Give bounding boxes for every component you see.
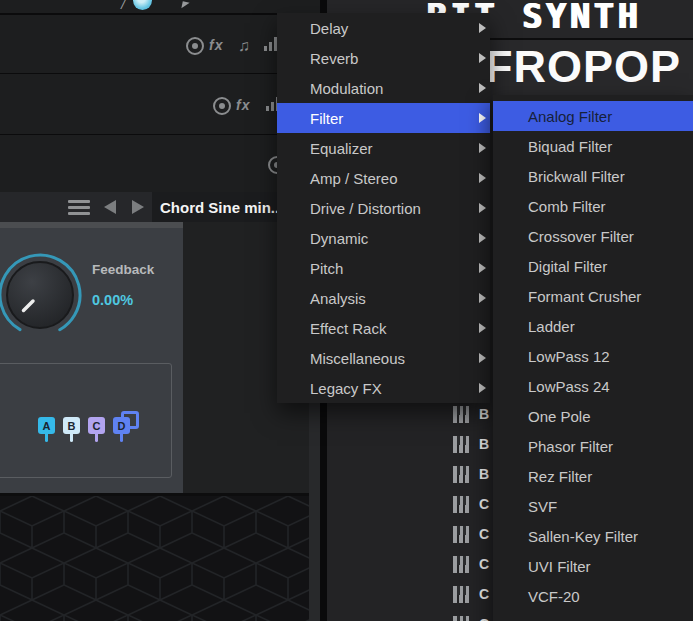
submenu-item-comb-filter[interactable]: Comb Filter bbox=[493, 191, 693, 221]
cursor-icon bbox=[181, 1, 189, 9]
keyboard-icon bbox=[453, 586, 472, 603]
submenu-arrow-icon bbox=[479, 53, 486, 63]
prev-patch-button[interactable] bbox=[104, 200, 116, 214]
submenu-item-sallen-key-filter[interactable]: Sallen-Key Filter bbox=[493, 521, 693, 551]
layer-letter: B bbox=[63, 417, 80, 434]
menu-item-label: Delay bbox=[277, 20, 348, 37]
submenu-item-formant-crusher[interactable]: Formant Crusher bbox=[493, 281, 693, 311]
menu-item-filter[interactable]: Filter bbox=[277, 103, 490, 133]
layer-letter: C bbox=[88, 417, 105, 434]
submenu-item-label: Phasor Filter bbox=[493, 438, 613, 455]
fx-category-menu: DelayReverbModulationFilterEqualizerAmp … bbox=[277, 13, 490, 403]
keyboard-icon bbox=[453, 526, 472, 543]
menu-item-miscellaneous[interactable]: Miscellaneous bbox=[277, 343, 490, 373]
menu-hamburger-icon[interactable] bbox=[68, 200, 90, 218]
menu-item-label: Effect Rack bbox=[277, 320, 386, 337]
submenu-item-svf[interactable]: SVF bbox=[493, 491, 693, 521]
submenu-item-label: Analog Filter bbox=[493, 108, 612, 125]
keyboard-icon bbox=[453, 466, 472, 483]
record-circle-icon[interactable] bbox=[213, 97, 231, 115]
submenu-item-brickwall-filter[interactable]: Brickwall Filter bbox=[493, 161, 693, 191]
keyboard-icon bbox=[453, 406, 472, 423]
layer-pin-b[interactable]: B bbox=[63, 415, 81, 443]
submenu-item-vcf-20[interactable]: VCF-20 bbox=[493, 581, 693, 611]
submenu-arrow-icon bbox=[479, 203, 486, 213]
menu-item-pitch[interactable]: Pitch bbox=[277, 253, 490, 283]
menu-item-label: Equalizer bbox=[277, 140, 373, 157]
preset-name: B bbox=[479, 436, 489, 452]
menu-item-drive-distortion[interactable]: Drive / Distortion bbox=[277, 193, 490, 223]
top-toolbar: / bbox=[0, 0, 327, 13]
submenu-arrow-icon bbox=[479, 293, 486, 303]
menu-item-label: Miscellaneous bbox=[277, 350, 405, 367]
menu-item-label: Pitch bbox=[277, 260, 343, 277]
layer-letter: A bbox=[38, 417, 55, 434]
submenu-arrow-icon bbox=[479, 113, 486, 123]
submenu-item-label: SVF bbox=[493, 498, 557, 515]
level-meter-icon[interactable] bbox=[264, 37, 277, 51]
knob-body bbox=[7, 262, 73, 328]
submenu-arrow-icon bbox=[479, 23, 486, 33]
feedback-knob[interactable] bbox=[0, 250, 85, 340]
submenu-item-label: VCF-20 bbox=[493, 588, 580, 605]
menu-item-legacy-fx[interactable]: Legacy FX bbox=[277, 373, 490, 403]
submenu-item-phasor-filter[interactable]: Phasor Filter bbox=[493, 431, 693, 461]
menu-item-reverb[interactable]: Reverb bbox=[277, 43, 490, 73]
menu-item-effect-rack[interactable]: Effect Rack bbox=[277, 313, 490, 343]
submenu-arrow-icon bbox=[479, 323, 486, 333]
submenu-item-label: Formant Crusher bbox=[493, 288, 641, 305]
submenu-item-label: Xpander Filter bbox=[493, 618, 622, 621]
submenu-item-label: Digital Filter bbox=[493, 258, 607, 275]
submenu-item-biquad-filter[interactable]: Biquad Filter bbox=[493, 131, 693, 161]
menu-item-label: Filter bbox=[277, 110, 343, 127]
menu-item-label: Dynamic bbox=[277, 230, 368, 247]
menu-item-label: Legacy FX bbox=[277, 380, 382, 397]
submenu-item-label: LowPass 12 bbox=[493, 348, 610, 365]
layer-letter: D bbox=[113, 417, 130, 434]
submenu-arrow-icon bbox=[479, 173, 486, 183]
submenu-item-lowpass-12[interactable]: LowPass 12 bbox=[493, 341, 693, 371]
filter-submenu: Analog FilterBiquad FilterBrickwall Filt… bbox=[493, 95, 693, 621]
menu-item-label: Modulation bbox=[277, 80, 383, 97]
submenu-item-analog-filter[interactable]: Analog Filter bbox=[493, 101, 693, 131]
banner-title: FROPOP bbox=[485, 41, 681, 93]
menu-item-equalizer[interactable]: Equalizer bbox=[277, 133, 490, 163]
layer-pin-c[interactable]: C bbox=[88, 415, 106, 443]
submenu-item-xpander-filter[interactable]: Xpander Filter bbox=[493, 611, 693, 621]
submenu-item-label: LowPass 24 bbox=[493, 378, 610, 395]
next-patch-button[interactable] bbox=[132, 200, 144, 214]
submenu-arrow-icon bbox=[479, 383, 486, 393]
submenu-item-lowpass-24[interactable]: LowPass 24 bbox=[493, 371, 693, 401]
menu-item-label: Amp / Stereo bbox=[277, 170, 398, 187]
submenu-item-ladder[interactable]: Ladder bbox=[493, 311, 693, 341]
submenu-arrow-icon bbox=[479, 83, 486, 93]
keyboard-icon bbox=[453, 616, 472, 621]
fx-icon[interactable]: fx bbox=[236, 97, 250, 113]
record-circle-icon[interactable] bbox=[186, 37, 204, 55]
feedback-value[interactable]: 0.00% bbox=[92, 292, 133, 308]
menu-item-amp-stereo[interactable]: Amp / Stereo bbox=[277, 163, 490, 193]
submenu-item-label: Comb Filter bbox=[493, 198, 606, 215]
fx-icon[interactable]: fx bbox=[209, 37, 223, 53]
submenu-item-one-pole[interactable]: One Pole bbox=[493, 401, 693, 431]
menu-item-modulation[interactable]: Modulation bbox=[277, 73, 490, 103]
preset-name: B bbox=[479, 466, 489, 482]
mini-knob-icon[interactable] bbox=[133, 0, 152, 10]
submenu-item-crossover-filter[interactable]: Crossover Filter bbox=[493, 221, 693, 251]
menu-item-label: Reverb bbox=[277, 50, 358, 67]
music-note-icon[interactable]: ♫ bbox=[238, 37, 250, 55]
menu-item-analysis[interactable]: Analysis bbox=[277, 283, 490, 313]
layer-pin-d[interactable]: D bbox=[113, 415, 131, 443]
submenu-item-rez-filter[interactable]: Rez Filter bbox=[493, 461, 693, 491]
submenu-item-digital-filter[interactable]: Digital Filter bbox=[493, 251, 693, 281]
submenu-item-label: Crossover Filter bbox=[493, 228, 634, 245]
layer-pin-a[interactable]: A bbox=[38, 415, 56, 443]
slash-glyph: / bbox=[121, 0, 125, 12]
menu-item-label: Analysis bbox=[277, 290, 366, 307]
submenu-item-uvi-filter[interactable]: UVI Filter bbox=[493, 551, 693, 581]
submenu-item-label: UVI Filter bbox=[493, 558, 591, 575]
menu-item-dynamic[interactable]: Dynamic bbox=[277, 223, 490, 253]
layer-pins: ABCD bbox=[38, 415, 131, 443]
submenu-item-label: One Pole bbox=[493, 408, 591, 425]
menu-item-delay[interactable]: Delay bbox=[277, 13, 490, 43]
